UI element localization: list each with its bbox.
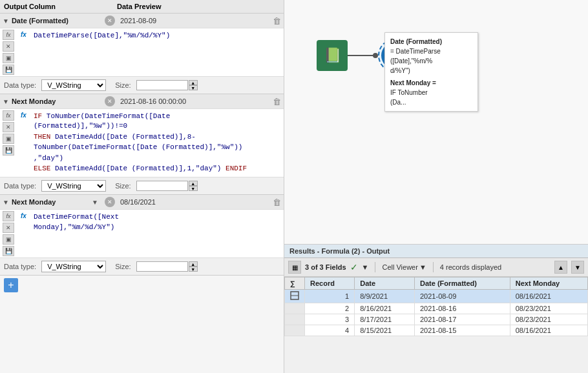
spinner-up-1[interactable]: ▲ <box>189 80 198 85</box>
dropdown-arrow-fields[interactable]: ▼ <box>362 263 369 271</box>
side-icons-1: fx ✕ ▣ 💾 <box>0 28 17 76</box>
tooltip-line-5: Next Monday = <box>390 78 472 88</box>
table-row[interactable]: 28/16/20212021-08-1608/23/2021 <box>285 303 588 314</box>
table-row[interactable]: 48/15/20212021-08-1508/16/2021 <box>285 325 588 336</box>
row-icon-cell <box>285 325 305 336</box>
table-cell: 8/15/2021 <box>355 325 415 336</box>
canvas-area[interactable]: 📗 ⚗ Date (Formatted) = DateTimeParse ([D… <box>284 0 588 244</box>
grid-icon-2[interactable]: ▣ <box>3 134 14 144</box>
spinner-up-3[interactable]: ▲ <box>189 261 198 267</box>
datatype-select-3[interactable]: V_WString <box>41 261 106 272</box>
formula-area-1[interactable]: fx DateTimeParse([Date],"%m/%d/%Y") <box>17 28 169 76</box>
results-table: ∑ Record Date Date (Formatted) Next Mond… <box>284 277 588 336</box>
table-cell: 2021-08-17 <box>415 314 510 325</box>
row-icon-cell <box>285 303 305 314</box>
cell-viewer-button[interactable]: Cell Viewer ▼ <box>382 263 426 271</box>
table-cell: 8/17/2021 <box>355 314 415 325</box>
table-cell: 3 <box>305 314 355 325</box>
output-column-header: Output Column <box>4 3 117 10</box>
results-panel: Results - Formula (2) - Output ▦ 3 of 3 … <box>284 244 588 373</box>
table-cell: 4 <box>305 325 355 336</box>
x-icon-3[interactable]: ✕ <box>3 223 14 233</box>
field-name-2: Next Monday <box>12 97 102 105</box>
right-panel: 📗 ⚗ Date (Formatted) = DateTimeParse ([D… <box>284 0 588 373</box>
col-record: Record <box>305 277 355 290</box>
formula-text-1: DateTimeParse([Date],"%m/%d/%Y") <box>34 31 170 41</box>
spinner-down-2[interactable]: ▼ <box>189 186 198 191</box>
field-clear-1[interactable]: ✕ <box>105 15 115 26</box>
fx-icon-2[interactable]: fx <box>3 110 14 121</box>
field-block-2: ▼ Next Monday ✕ 2021-08-16 00:00:00 🗑 fx… <box>0 94 284 195</box>
table-row[interactable]: 38/17/20212021-08-1708/23/2021 <box>285 314 588 325</box>
size-input-2[interactable]: 1073741823 <box>136 181 188 191</box>
chevron-icon-1[interactable]: ▼ <box>3 17 9 25</box>
table-row[interactable]: 18/9/20212021-08-0908/16/2021 <box>285 290 588 303</box>
formula-line-2c: ToNumber(DateTimeFormat([Date (Formatted… <box>21 143 264 152</box>
x-icon-1[interactable]: ✕ <box>3 41 14 52</box>
spinner-down-1[interactable]: ▼ <box>189 85 198 90</box>
formula-text-2c: ToNumber(DateTimeFormat([Date (Formatted… <box>34 143 242 152</box>
save-icon-1[interactable]: 💾 <box>3 65 14 75</box>
datatype-select-1[interactable]: V_WString <box>41 79 106 91</box>
field-delete-2[interactable]: 🗑 <box>273 97 281 106</box>
field-delete-3[interactable]: 🗑 <box>273 197 281 207</box>
field-clear-2[interactable]: ✕ <box>105 96 115 106</box>
table-cell: 2021-08-15 <box>415 325 510 336</box>
grid-icon-1[interactable]: ▣ <box>3 53 14 63</box>
results-header: Results - Formula (2) - Output <box>284 245 588 258</box>
add-field-button[interactable]: + <box>4 278 18 292</box>
size-spinner-3: 1073741823 ▲ ▼ <box>136 261 198 272</box>
node-book[interactable]: 📗 <box>317 40 348 71</box>
formula-text-2a: IF ToNumber(DateTimeFormat([Date (Format… <box>34 112 264 132</box>
size-input-3[interactable]: 1073741823 <box>136 261 188 272</box>
table-cell: 8/9/2021 <box>355 290 415 303</box>
field-block-3: ▼ Next Monday ▼ ✕ 08/16/2021 🗑 fx ✕ ▣ 💾 … <box>0 195 284 276</box>
left-panel: Output Column Data Preview ▼ Date (Forma… <box>0 0 284 373</box>
nav-up-button[interactable]: ▲ <box>554 261 567 274</box>
field-clear-3[interactable]: ✕ <box>105 197 115 207</box>
size-label-1: Size: <box>115 81 131 89</box>
size-label-3: Size: <box>115 263 131 270</box>
col-date-formatted: Date (Formatted) <box>415 277 510 290</box>
panel-header: Output Column Data Preview <box>0 0 284 14</box>
spinner-up-2[interactable]: ▲ <box>189 181 198 186</box>
tooltip-line-7: (Da... <box>390 97 472 107</box>
formula-line-2b: THEN DateTimeAdd([Date (Formatted)],8- <box>21 132 264 142</box>
spinner-down-3[interactable]: ▼ <box>189 267 198 272</box>
formula-line-2e: ELSE DateTimeAdd([Date (Formatted)],1,"d… <box>21 164 264 174</box>
size-input-1[interactable]: 1073741823 <box>136 80 188 90</box>
fx-icon-1[interactable]: fx <box>3 30 14 40</box>
formula-line-2a: fx IF ToNumber(DateTimeFormat([Date (For… <box>21 112 264 132</box>
formula-text-2e: ELSE DateTimeAdd([Date (Formatted)],1,"d… <box>34 164 247 174</box>
dropdown-arrow-3[interactable]: ▼ <box>92 199 102 206</box>
table-cell: 2021-08-16 <box>415 303 510 314</box>
table-cell: 8/16/2021 <box>355 303 415 314</box>
field-delete-1[interactable]: 🗑 <box>273 16 281 26</box>
results-toolbar: ▦ 3 of 3 Fields ✓ ▼ Cell Viewer ▼ 4 reco… <box>284 258 588 277</box>
datatype-row-3: Data type: V_WString Size: 1073741823 ▲ … <box>0 257 284 275</box>
datatype-row-2: Data type: V_WString Size: 1073741823 ▲ … <box>0 177 284 194</box>
x-icon-2[interactable]: ✕ <box>3 122 14 132</box>
table-cell: 2021-08-09 <box>415 290 510 303</box>
formula-area-2[interactable]: fx IF ToNumber(DateTimeFormat([Date (For… <box>17 109 268 177</box>
toolbar-table-icon[interactable]: ▦ <box>288 261 301 274</box>
datatype-select-2[interactable]: V_WString <box>41 180 106 192</box>
nav-down-button[interactable]: ▼ <box>571 261 584 274</box>
field-preview-3: 08/16/2021 <box>118 198 270 206</box>
table-cell: 08/23/2021 <box>510 303 587 314</box>
fx-icon-3[interactable]: fx <box>3 211 14 221</box>
formula-area-3[interactable]: fx DateTimeFormat([Next Monday],"%m/%d/%… <box>17 210 204 257</box>
toolbar-separator <box>375 262 375 272</box>
row-icon-cell <box>285 290 305 303</box>
checkmark-button[interactable]: ✓ <box>350 262 358 272</box>
chevron-icon-3[interactable]: ▼ <box>3 199 9 206</box>
save-icon-3[interactable]: 💾 <box>3 246 14 256</box>
side-icons-3: fx ✕ ▣ 💾 <box>0 210 17 257</box>
datatype-row-1: Data type: V_WString Size: 1073741823 ▲ … <box>0 76 284 94</box>
table-header-row: ∑ Record Date Date (Formatted) Next Mond… <box>285 277 588 290</box>
save-icon-2[interactable]: 💾 <box>3 145 14 156</box>
row-icon-cell <box>285 314 305 325</box>
grid-icon-3[interactable]: ▣ <box>3 234 14 245</box>
chevron-icon-2[interactable]: ▼ <box>3 98 9 105</box>
table-cell: 08/23/2021 <box>510 314 587 325</box>
